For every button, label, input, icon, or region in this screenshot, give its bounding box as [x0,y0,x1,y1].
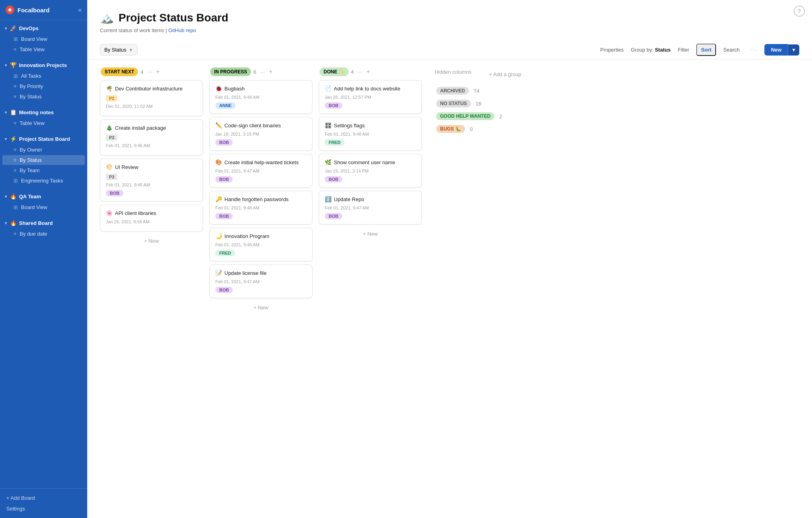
column-header-start-next: START NEXT 4 ··· + [100,67,203,76]
more-options-button[interactable]: ··· [747,44,762,55]
sidebar-group-devops: ▾🚀DevOps⊞Board View≡Table View [0,20,87,57]
item-view-icon: ≡ [13,94,17,100]
hidden-col-bugs-🐛[interactable]: BUGS 🐛 0 [435,123,539,135]
sidebar-item-engineering-tasks[interactable]: ⊞Engineering Tasks [2,176,85,186]
card-assignee-badge: BOB [325,213,342,219]
card[interactable]: 🌿 Show comment user name Jan 19, 2021, 3… [319,154,422,188]
card[interactable]: ℹ️ Update Repo Feb 01, 2021, 9:47 AMBOB [319,191,422,224]
card[interactable]: 🔑 Handle forgotten passwords Feb 01, 202… [209,191,312,224]
sidebar-group-header-project-status[interactable]: ▾⚡Project Status Board [0,133,87,144]
column-title-badge: DONE ✨ [320,67,349,76]
card[interactable]: 🐞 Bugbash Feb 01, 2021, 9:48 AMANNE [209,80,312,114]
sidebar-group-header-devops[interactable]: ▾🚀DevOps [0,23,87,34]
sidebar-item-board-view-qa[interactable]: ⊞Board View [2,202,85,212]
view-selector[interactable]: By Status ▼ [100,44,138,56]
card-emoji-icon: 🎨 [215,159,222,165]
column-add-button[interactable]: + [366,68,370,75]
column-options-button[interactable]: ··· [358,69,362,75]
card-date: Feb 01, 2021, 9:48 AM [215,95,306,100]
card[interactable]: 🌴 Dev Contributor infrastructure P2Dec 0… [100,80,203,116]
card-assignee-badge: BOB [215,139,233,146]
card-assignee-badge: BOB [215,176,233,182]
sidebar-collapse-button[interactable]: « [78,6,82,13]
card-date: Feb 01, 2021, 9:45 AM [106,182,197,187]
sidebar-item-table-view-devops[interactable]: ≡Table View [2,44,85,54]
card-title-text: Innovation Program [224,233,269,239]
sidebar-item-table-view-meeting[interactable]: ≡Table View [2,118,85,128]
sidebar-item-label: Table View [20,120,45,126]
sidebar-item-by-priority[interactable]: ≡By Priority [2,81,85,91]
column-title-badge: IN PROGRESS [210,67,251,76]
group-emoji-icon: ⚡ [10,136,17,142]
board-title-row: 🏔️ Project Status Board [100,11,799,24]
card[interactable]: 📝 Update license file Feb 01, 2021, 9:47… [209,265,312,298]
sidebar-group-header-meeting-notes[interactable]: ▾📋Meeting notes [0,107,87,118]
sort-button[interactable]: Sort [696,44,716,56]
add-group-button[interactable]: + Add a group [487,70,523,79]
card[interactable]: 📄 Add help link to docs website Jan 26, … [319,80,422,114]
filter-button[interactable]: Filter [674,44,693,55]
card[interactable]: 🎄 Create install package P3Feb 01, 2021,… [100,119,203,155]
card-title-text: Settings flags [334,123,365,129]
hidden-col-no-status[interactable]: NO STATUS 16 [435,97,539,110]
chevron-icon: ▾ [5,110,7,115]
hidden-col-good-help-wanted[interactable]: GOOD HELP WANTED 2 [435,110,539,123]
help-button[interactable]: ? [794,6,805,17]
sidebar-group-header-qa-team[interactable]: ▾🔥QA Team [0,191,87,202]
chevron-icon: ▾ [5,26,7,31]
card-title: 🔑 Handle forgotten passwords [215,196,306,202]
column-add-button[interactable]: + [156,68,159,75]
new-button-group: New ▼ [764,44,799,56]
add-board-button[interactable]: + Add Board [5,493,82,503]
sidebar-item-by-status-project[interactable]: ≡By Status [2,155,85,165]
sidebar-item-by-status-innovation[interactable]: ≡By Status [2,92,85,102]
card-date: Feb 01, 2021, 9:47 AM [215,169,306,173]
sidebar-group-header-shared-board[interactable]: ▾🔥Shared Board [0,217,87,228]
add-card-button-done[interactable]: + New [319,228,422,240]
item-view-icon: ≡ [13,120,17,126]
column-options-button[interactable]: ··· [147,69,152,75]
sidebar-item-label: By Status [20,157,42,163]
card-title: 🎄 Create install package [106,125,197,131]
properties-button[interactable]: Properties [596,44,628,55]
card-emoji-icon: 🎄 [106,125,113,131]
sidebar-item-by-owner[interactable]: ≡By Owner [2,145,85,155]
card-date: Jan 19, 2021, 3:14 PM [325,169,416,173]
github-repo-link[interactable]: GitHub repo [168,27,196,33]
group-label: Innovation Projects [19,62,67,68]
group-label: QA Team [19,194,41,200]
add-card-button-in-progress[interactable]: + New [209,301,312,314]
hidden-col-count: 2 [499,113,502,119]
chevron-icon: ▾ [5,194,7,199]
sidebar-logo[interactable]: Focalboard [6,6,50,14]
card-emoji-icon: 🌿 [325,159,331,165]
sidebar-item-by-team[interactable]: ≡By Team [2,165,85,175]
sidebar-group-header-innovation[interactable]: ▾🏆Innovation Projects [0,59,87,71]
column-add-button[interactable]: + [269,68,272,75]
new-card-button[interactable]: New [764,44,788,56]
sidebar-item-board-view-devops[interactable]: ⊞Board View [2,34,85,44]
sidebar-item-all-tasks[interactable]: ⊞All Tasks [2,71,85,81]
sidebar-item-label: By due date [20,231,47,237]
new-card-dropdown-button[interactable]: ▼ [788,44,799,56]
group-label: Project Status Board [19,136,70,142]
column-options-button[interactable]: ··· [260,69,265,75]
add-card-button-start-next[interactable]: + New [100,235,203,247]
sidebar-item-by-due-date[interactable]: ≡By due date [2,229,85,239]
card[interactable]: 🌸 API client libraries Jan 26, 2021, 8:5… [100,205,203,232]
card-date: Feb 01, 2021, 9:48 AM [325,132,416,136]
card[interactable]: 🎨 Create initial help-wanted tickets Feb… [209,154,312,188]
sidebar-item-label: By Priority [20,83,43,89]
hidden-badge: BUGS 🐛 [436,125,465,133]
settings-button[interactable]: Settings [5,503,82,514]
hidden-col-count: 0 [470,126,473,132]
card[interactable]: 🎛️ Settings flags Feb 01, 2021, 9:48 AMF… [319,117,422,151]
card[interactable]: 🌕 UI Review P3Feb 01, 2021, 9:45 AMBOB [100,159,203,201]
card[interactable]: ✏️ Code-sign client binaries Jan 18, 202… [209,117,312,151]
card-title: 📝 Update license file [215,270,306,276]
card[interactable]: 🌙 Innovation Program Feb 01, 2021, 9:46 … [209,228,312,261]
search-button[interactable]: Search [719,44,743,55]
card-title-text: Create initial help-wanted tickets [224,159,299,165]
card-title-text: API client libraries [115,210,156,216]
hidden-col-archived[interactable]: ARCHIVED 74 [435,84,539,97]
